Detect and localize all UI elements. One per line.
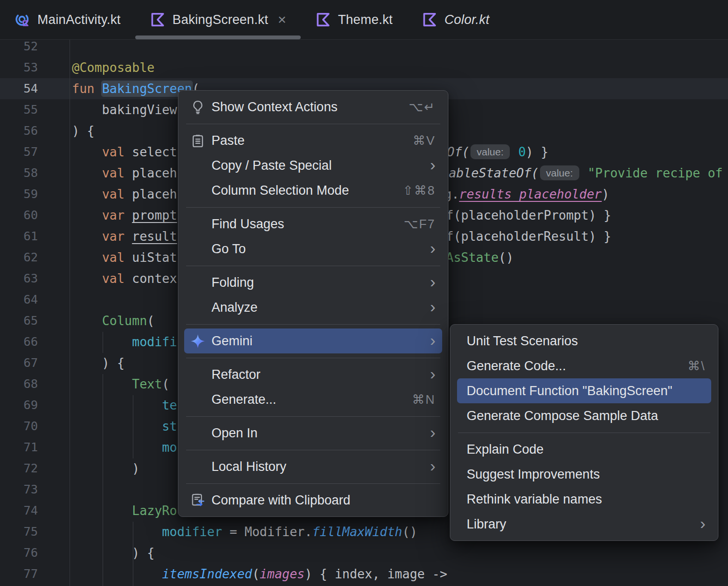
menu-item-label: Analyze: [211, 300, 258, 315]
line-number: 70: [0, 416, 38, 437]
line-number: 77: [0, 563, 38, 585]
menu-item-label: Local History: [211, 459, 286, 474]
tab-theme-kt[interactable]: Theme.kt: [301, 0, 407, 39]
code-line-71: mo: [72, 437, 178, 458]
line-number: 55: [0, 99, 38, 120]
code-line-62: val uiStat: [72, 247, 178, 268]
chevron-right-icon: ›: [700, 515, 705, 531]
menu-item-label: Generate...: [211, 392, 276, 407]
code-line-58-right: tableStateOf(value: "Provide recipe of: [441, 163, 723, 184]
menu-item-label: Folding: [211, 275, 254, 290]
tab-mainactivity-kt[interactable]: MainActivity.kt: [0, 0, 135, 39]
menu-item-local-history[interactable]: Local History›: [178, 454, 448, 479]
kotlin-icon: [315, 12, 331, 28]
menu-item-label: Rethink variable names: [467, 492, 602, 507]
menu-item-find-usages[interactable]: Find Usages⌥F7: [178, 211, 448, 236]
line-number: 53: [0, 57, 38, 78]
code-line-61: var result: [72, 226, 178, 247]
code-line-76: ) {: [72, 542, 154, 563]
tab-label: BakingScreen.kt: [173, 12, 269, 27]
menu-item-gemini[interactable]: Gemini›: [184, 328, 442, 353]
menu-item-document-function-bakingscreen[interactable]: Document Function "BakingScreen": [457, 378, 711, 403]
menu-item-explain-code[interactable]: Explain Code: [450, 437, 718, 462]
code-line-63: val contex: [72, 268, 178, 289]
menu-item-generate-compose-sample-data[interactable]: Generate Compose Sample Data: [450, 403, 718, 428]
menu-item-show-context-actions[interactable]: Show Context Actions⌥↵: [178, 94, 448, 119]
close-icon[interactable]: ×: [278, 12, 286, 27]
line-number: 56: [0, 120, 38, 141]
menu-item-label: Library: [467, 517, 506, 532]
gemini-submenu: Unit Test ScenariosGenerate Code...⌘\Doc…: [450, 324, 718, 541]
menu-separator: [178, 353, 448, 362]
menu-item-folding[interactable]: Folding›: [178, 270, 448, 295]
line-number: 74: [0, 500, 38, 521]
tab-label: MainActivity.kt: [37, 12, 121, 27]
menu-item-refactor[interactable]: Refactor›: [178, 362, 448, 387]
code-line-74: LazyRo: [72, 500, 178, 521]
code-line-65: Column(: [72, 310, 178, 331]
line-number: 57: [0, 141, 38, 163]
menu-item-label: Refactor: [211, 367, 260, 382]
code-line-57: val select: [72, 141, 178, 163]
line-number: 58: [0, 163, 38, 184]
menu-separator: [450, 428, 718, 437]
tab-bakingscreen-kt[interactable]: BakingScreen.kt×: [135, 0, 301, 39]
menu-item-paste[interactable]: Paste⌘V: [178, 128, 448, 153]
line-number: 71: [0, 437, 38, 458]
gemini-star-icon: [190, 333, 211, 349]
code-line-67: ) {: [72, 352, 178, 374]
menu-item-generate[interactable]: Generate...⌘N: [178, 387, 448, 412]
code-line-72: ): [72, 458, 178, 479]
code-line-57-right: Of(value: 0) }: [447, 141, 548, 163]
menu-item-unit-test-scenarios[interactable]: Unit Test Scenarios: [450, 328, 718, 353]
line-number: 60: [0, 205, 38, 226]
line-number: 59: [0, 184, 38, 205]
menu-item-analyze[interactable]: Analyze›: [178, 295, 448, 320]
line-number: 76: [0, 542, 38, 563]
line-number: 73: [0, 479, 38, 500]
menu-item-library[interactable]: Library›: [450, 512, 718, 537]
code-line-60: var prompt: [72, 205, 178, 226]
code-line-66: modifi: [72, 331, 178, 352]
line-number: 68: [0, 374, 38, 395]
code-line-53: @Composable: [72, 57, 154, 78]
line-number: 63: [0, 268, 38, 289]
chevron-right-icon: ›: [430, 424, 435, 440]
menu-separator: [178, 320, 448, 328]
menu-item-label: Go To: [211, 242, 246, 257]
menu-separator: [178, 261, 448, 270]
menu-item-label: Column Selection Mode: [211, 183, 349, 198]
menu-item-generate-code[interactable]: Generate Code...⌘\: [450, 353, 718, 378]
code-line-75: modifier = Modifier.fillMaxWidth(): [72, 521, 417, 542]
code-line-68: Text(: [72, 374, 178, 395]
chevron-right-icon: ›: [430, 240, 435, 256]
menu-item-compare-with-clipboard[interactable]: Compare with Clipboard: [178, 488, 448, 513]
code-line-56: ) {: [72, 120, 178, 141]
menu-item-label: Gemini: [211, 334, 253, 349]
menu-item-label: Open In: [211, 426, 258, 441]
menu-item-column-selection-mode[interactable]: Column Selection Mode⇧⌘8: [178, 178, 448, 203]
android-activity-icon: [14, 12, 31, 28]
menu-item-copy-paste-special[interactable]: Copy / Paste Special›: [178, 153, 448, 178]
menu-item-label: Document Function "BakingScreen": [467, 384, 672, 398]
tab-color-kt[interactable]: Color.kt: [407, 0, 504, 39]
line-number: 61: [0, 226, 38, 247]
menu-item-go-to[interactable]: Go To›: [178, 236, 448, 261]
chevron-right-icon: ›: [430, 332, 435, 348]
shortcut-hint: ⌥↵: [409, 100, 435, 115]
menu-item-suggest-improvements[interactable]: Suggest Improvements: [450, 462, 718, 487]
shortcut-hint: ⇧⌘8: [403, 183, 435, 198]
shortcut-hint: ⌘\: [688, 359, 705, 374]
gutter-divider: [70, 39, 70, 586]
menu-item-label: Compare with Clipboard: [211, 493, 351, 508]
menu-item-open-in[interactable]: Open In›: [178, 421, 448, 445]
chevron-right-icon: ›: [430, 273, 435, 290]
menu-separator: [178, 479, 448, 488]
line-number: 65: [0, 310, 38, 331]
menu-item-rethink-variable-names[interactable]: Rethink variable names: [450, 487, 718, 512]
menu-item-label: Generate Code...: [467, 359, 566, 374]
line-number: 69: [0, 395, 38, 416]
chevron-right-icon: ›: [430, 298, 435, 315]
menu-item-label: Explain Code: [467, 442, 544, 457]
code-line-62-right: AsState(): [446, 247, 514, 268]
